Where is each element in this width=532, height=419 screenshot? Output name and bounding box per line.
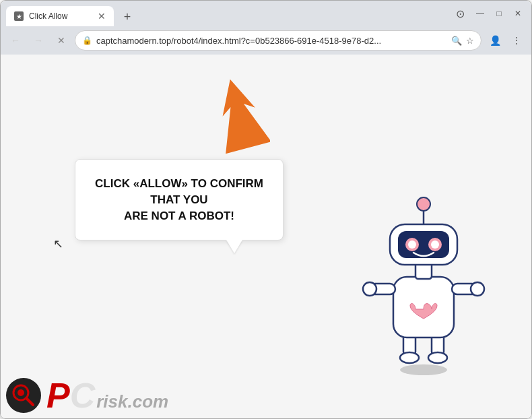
svg-line-23 (26, 398, 33, 405)
title-bar: ★ Click Allow ✕ + ⊙ — □ ✕ (1, 1, 531, 26)
svg-point-10 (363, 282, 376, 296)
browser-window: ★ Click Allow ✕ + ⊙ — □ ✕ ← → ✕ 🔒 🔍 ☆ 👤 … (0, 0, 532, 419)
mouse-cursor: ↖ (53, 236, 63, 251)
menu-button[interactable]: ⋮ (507, 31, 526, 50)
nav-right-icons: 👤 ⋮ (486, 31, 526, 50)
minimize-button[interactable]: — (472, 5, 488, 22)
svg-point-16 (408, 240, 416, 249)
speech-bubble: CLICK «ALLOW» TO CONFIRM THAT YOU ARE NO… (75, 159, 284, 240)
pcrisk-icon (6, 378, 41, 413)
risk-text: risk.com (96, 391, 168, 412)
reload-button[interactable]: ✕ (52, 31, 71, 50)
pcrisk-text: PC risk.com (46, 378, 168, 413)
new-tab-button[interactable]: + (118, 7, 137, 26)
svg-point-5 (400, 352, 419, 363)
profile-button[interactable]: 👤 (486, 31, 504, 50)
svg-point-11 (471, 282, 484, 296)
search-icon[interactable]: 🔍 (451, 36, 462, 46)
tab-close-button[interactable]: ✕ (98, 11, 106, 21)
page-content: CLICK «ALLOW» TO CONFIRM THAT YOU ARE NO… (1, 55, 531, 418)
svg-point-2 (400, 364, 447, 375)
bookmark-icon[interactable]: ☆ (466, 36, 474, 46)
svg-point-6 (428, 352, 447, 363)
nav-bar: ← → ✕ 🔒 🔍 ☆ 👤 ⋮ (1, 26, 531, 55)
tab-title: Click Allow (29, 11, 92, 21)
pcrisk-watermark: PC risk.com (1, 373, 174, 418)
tab-area: ★ Click Allow ✕ + (6, 1, 445, 26)
close-button[interactable]: ✕ (510, 5, 526, 22)
address-bar[interactable] (96, 36, 447, 46)
svg-point-20 (417, 197, 430, 211)
robot-illustration (356, 189, 491, 378)
svg-point-18 (431, 240, 439, 249)
back-button[interactable]: ← (6, 31, 25, 50)
captcha-message: CLICK «ALLOW» TO CONFIRM THAT YOU ARE NO… (94, 176, 264, 224)
extension-icon[interactable]: ⊙ (451, 4, 469, 23)
lock-icon: 🔒 (82, 36, 92, 45)
active-tab[interactable]: ★ Click Allow ✕ (6, 6, 114, 26)
window-controls: ⊙ — □ ✕ (451, 4, 526, 23)
forward-button[interactable]: → (29, 31, 48, 50)
svg-marker-1 (207, 75, 270, 154)
maximize-button[interactable]: □ (491, 5, 507, 22)
pc-text: PC (46, 378, 95, 413)
address-bar-container: 🔒 🔍 ☆ (75, 30, 481, 51)
tab-favicon: ★ (14, 11, 24, 21)
svg-point-22 (18, 389, 24, 396)
